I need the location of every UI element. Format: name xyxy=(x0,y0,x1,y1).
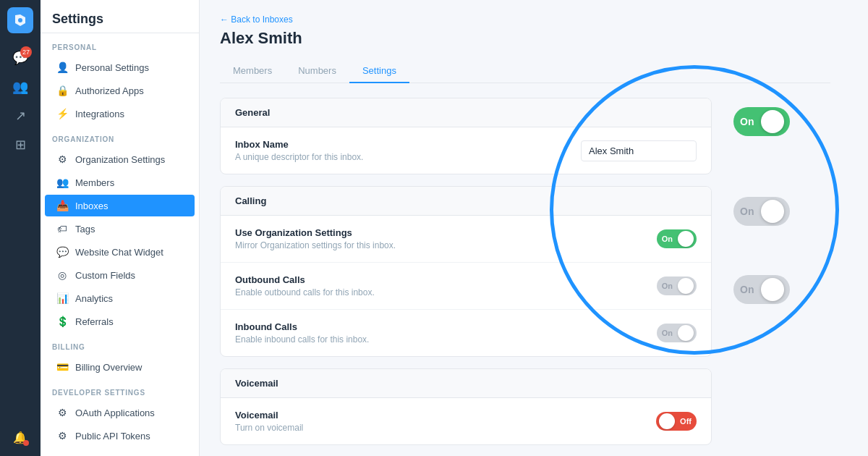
sidebar-item-website-chat-widget[interactable]: 💬 Website Chat Widget xyxy=(45,241,195,263)
voicemail-desc: Turn on voicemail xyxy=(235,423,656,433)
tab-numbers[interactable]: Numbers xyxy=(285,59,349,83)
send-nav-icon[interactable]: ↗ xyxy=(7,103,33,129)
voicemail-title: Voicemail xyxy=(221,369,711,398)
members-icon: 👥 xyxy=(56,177,68,188)
personal-section-label: PERSONAL xyxy=(41,33,199,56)
use-org-settings-label: Use Organization Settings xyxy=(235,227,657,238)
inbox-icon: 📥 xyxy=(56,200,68,211)
notification-dot xyxy=(23,440,29,446)
icon-bar: 💬 27 👥 ↗ ⊞ 🔔 xyxy=(0,0,41,456)
general-card: General Inbox Name A unique descriptor f… xyxy=(220,98,712,174)
tag-icon: 🏷 xyxy=(56,223,68,235)
sidebar-item-tags[interactable]: 🏷 Tags xyxy=(45,218,195,240)
widget-icon: 💬 xyxy=(56,246,68,258)
notifications-icon[interactable]: 🔔 xyxy=(7,424,33,450)
sidebar-item-integrations[interactable]: ⚡ Integrations xyxy=(45,103,195,124)
tabs-bar: Members Numbers Settings xyxy=(220,59,830,83)
outbound-calls-desc: Enable outbound calls for this inbox. xyxy=(235,287,657,297)
use-org-settings-desc: Mirror Organization settings for this in… xyxy=(235,240,657,250)
person-icon: 👤 xyxy=(56,62,68,73)
page-title: Alex Smith xyxy=(220,29,830,48)
toggle-knob xyxy=(678,231,694,247)
calling-card: Calling Use Organization Settings Mirror… xyxy=(220,186,712,357)
custom-fields-icon: ◎ xyxy=(56,269,68,281)
toggle-knob xyxy=(678,278,694,294)
inbox-name-desc: A unique descriptor for this inbox. xyxy=(235,152,581,162)
lock-icon: 🔒 xyxy=(56,85,68,96)
voicemail-row: Voicemail Turn on voicemail Off xyxy=(221,398,711,444)
use-org-settings-toggle[interactable]: On xyxy=(657,229,697,248)
dev-section-label: DEVELOPER SETTINGS xyxy=(41,379,199,401)
inbox-name-row: Inbox Name A unique descriptor for this … xyxy=(221,127,711,174)
billing-icon: 💳 xyxy=(56,361,68,373)
calling-title: Calling xyxy=(221,187,711,216)
reports-nav-icon[interactable]: ⊞ xyxy=(7,132,33,158)
gear-icon: ⚙ xyxy=(56,153,68,165)
referrals-icon: 💲 xyxy=(56,316,68,327)
inbound-calls-row: Inbound Calls Enable inbound calls for t… xyxy=(221,310,711,356)
api-icon: ⚙ xyxy=(56,430,68,442)
oauth-icon: ⚙ xyxy=(56,407,68,418)
sidebar: Settings PERSONAL 👤 Personal Settings 🔒 … xyxy=(41,0,200,456)
inbox-name-input[interactable] xyxy=(581,140,697,161)
inbox-name-label: Inbox Name xyxy=(235,139,581,150)
sidebar-item-api-tokens[interactable]: ⚙ Public API Tokens xyxy=(45,425,195,447)
tab-members[interactable]: Members xyxy=(220,59,285,83)
toggle-knob xyxy=(678,325,694,341)
sidebar-item-personal-settings[interactable]: 👤 Personal Settings xyxy=(45,56,195,78)
outbound-calls-label: Outbound Calls xyxy=(235,274,657,285)
sidebar-item-custom-fields[interactable]: ◎ Custom Fields xyxy=(45,264,195,286)
voicemail-toggle[interactable]: Off xyxy=(656,412,697,431)
sidebar-header: Settings xyxy=(41,0,199,33)
inbound-calls-label: Inbound Calls xyxy=(235,321,657,332)
contacts-nav-icon[interactable]: 👥 xyxy=(7,74,33,100)
general-title: General xyxy=(221,98,711,127)
voicemail-card: Voicemail Voicemail Turn on voicemail Of… xyxy=(220,368,712,445)
sidebar-item-org-settings[interactable]: ⚙ Organization Settings xyxy=(45,148,195,170)
sidebar-item-referrals[interactable]: 💲 Referrals xyxy=(45,311,195,332)
tab-settings[interactable]: Settings xyxy=(349,59,409,83)
svg-point-0 xyxy=(18,18,22,22)
sidebar-item-oauth[interactable]: ⚙ OAuth Applications xyxy=(45,402,195,423)
outbound-calls-row: Outbound Calls Enable outbound calls for… xyxy=(221,263,711,310)
voicemail-label: Voicemail xyxy=(235,410,656,421)
sidebar-item-inboxes[interactable]: 📥 Inboxes xyxy=(45,195,195,216)
app-logo xyxy=(7,7,33,33)
sidebar-item-billing-overview[interactable]: 💳 Billing Overview xyxy=(45,356,195,378)
use-org-settings-row: Use Organization Settings Mirror Organiz… xyxy=(221,216,711,263)
inbound-calls-toggle[interactable]: On xyxy=(657,324,697,342)
chat-badge: 27 xyxy=(20,46,32,58)
analytics-icon: 📊 xyxy=(56,292,68,304)
sidebar-item-authorized-apps[interactable]: 🔒 Authorized Apps xyxy=(45,80,195,101)
outbound-calls-toggle[interactable]: On xyxy=(657,276,697,295)
main-content: ← Back to Inboxes Alex Smith Members Num… xyxy=(200,0,868,456)
billing-section-label: BILLING xyxy=(41,333,199,355)
sidebar-item-members[interactable]: 👥 Members xyxy=(45,172,195,193)
org-section-label: ORGANIZATION xyxy=(41,125,199,148)
sidebar-item-analytics[interactable]: 📊 Analytics xyxy=(45,287,195,309)
back-link[interactable]: ← Back to Inboxes xyxy=(220,14,830,25)
inbound-calls-desc: Enable inbound calls for this inbox. xyxy=(235,334,657,345)
toggle-knob xyxy=(659,413,675,429)
chat-nav-icon[interactable]: 💬 27 xyxy=(7,45,33,71)
integrations-icon: ⚡ xyxy=(56,108,68,119)
